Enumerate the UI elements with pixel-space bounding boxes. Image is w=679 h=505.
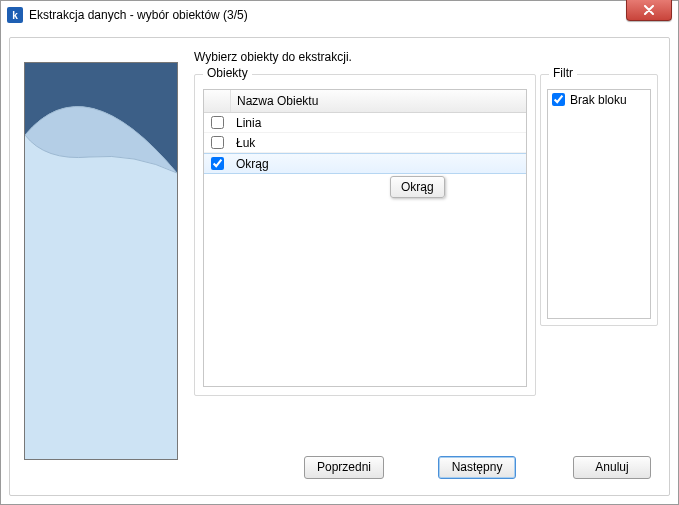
object-row[interactable]: Okrąg	[204, 153, 526, 174]
object-name: Łuk	[230, 136, 526, 150]
object-name: Linia	[230, 116, 526, 130]
objects-legend: Obiekty	[203, 66, 252, 80]
inner: Wybierz obiekty do ekstrakcji. Obiekty N…	[22, 50, 657, 483]
window-title: Ekstrakcja danych - wybór obiektów (3/5)	[29, 8, 248, 22]
page-curl-illustration	[25, 63, 177, 459]
objects-list-header: Nazwa Obiektu	[204, 90, 526, 113]
dialog-window: k Ekstrakcja danych - wybór obiektów (3/…	[0, 0, 679, 505]
name-column-header: Nazwa Obiektu	[231, 94, 526, 108]
filter-label: Brak bloku	[570, 93, 627, 107]
tooltip: Okrąg	[390, 176, 445, 198]
next-button[interactable]: Następny	[438, 456, 516, 479]
filter-fieldset: Filtr Brak bloku	[540, 74, 658, 326]
filter-legend: Filtr	[549, 66, 577, 80]
objects-fieldset: Obiekty Nazwa Obiektu LiniaŁukOkrąg Okrą…	[194, 74, 536, 396]
object-row[interactable]: Łuk	[204, 133, 526, 153]
preview-pane	[24, 62, 178, 460]
app-icon: k	[7, 7, 23, 23]
previous-button[interactable]: Poprzedni	[304, 456, 384, 479]
close-icon	[643, 5, 655, 15]
filter-row[interactable]: Brak bloku	[548, 90, 650, 109]
filter-checkbox[interactable]	[552, 93, 565, 106]
button-bar: Poprzedni Następny Anuluj	[194, 453, 657, 481]
titlebar: k Ekstrakcja danych - wybór obiektów (3/…	[1, 1, 678, 29]
objects-list[interactable]: Nazwa Obiektu LiniaŁukOkrąg Okrąg	[203, 89, 527, 387]
object-checkbox[interactable]	[211, 116, 224, 129]
client-area: Wybierz obiekty do ekstrakcji. Obiekty N…	[9, 37, 670, 496]
object-row[interactable]: Linia	[204, 113, 526, 133]
checkbox-column-header	[204, 90, 231, 112]
object-checkbox[interactable]	[211, 157, 224, 170]
filter-list[interactable]: Brak bloku	[547, 89, 651, 319]
cancel-button[interactable]: Anuluj	[573, 456, 651, 479]
object-checkbox[interactable]	[211, 136, 224, 149]
object-name: Okrąg	[230, 157, 526, 171]
close-button[interactable]	[626, 0, 672, 21]
instruction-label: Wybierz obiekty do ekstrakcji.	[194, 50, 352, 64]
